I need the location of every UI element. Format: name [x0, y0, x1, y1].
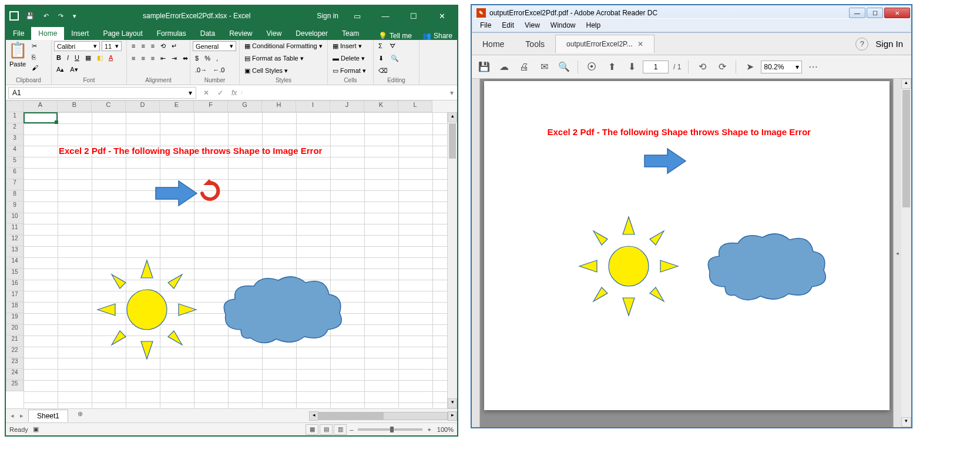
col-header[interactable]: B — [58, 100, 92, 112]
align-bot-icon[interactable]: ≡ — [149, 41, 157, 51]
select-all-corner[interactable] — [6, 100, 24, 112]
align-top-icon[interactable]: ≡ — [129, 41, 137, 51]
cut-icon[interactable]: ✂ — [29, 41, 41, 51]
qat-undo-icon[interactable]: ↶ — [41, 11, 51, 21]
more-tools-icon[interactable]: ⋯ — [804, 58, 822, 76]
tab-review[interactable]: Review — [222, 27, 259, 40]
maximize-button[interactable]: ☐ — [867, 8, 883, 18]
border-button[interactable]: ▦ — [83, 53, 93, 63]
rotation-handle-icon[interactable] — [197, 178, 221, 209]
nav-fwd-icon[interactable]: ⟳ — [713, 58, 731, 76]
worksheet-text-content[interactable]: Excel 2 Pdf - The following Shape throws… — [59, 146, 322, 156]
row-header[interactable]: 3 — [6, 135, 24, 146]
find-select-icon[interactable]: 🔍 — [388, 53, 401, 63]
decrease-font-icon[interactable]: A▾ — [68, 65, 80, 75]
paste-label[interactable]: Paste — [9, 61, 26, 68]
italic-button[interactable]: I — [65, 53, 71, 63]
row-header[interactable]: 22 — [6, 347, 24, 358]
tab-insert[interactable]: Insert — [64, 27, 96, 40]
row-header[interactable]: 11 — [6, 224, 24, 235]
font-name-combo[interactable]: Calibri▾ — [54, 41, 100, 51]
tab-developer[interactable]: Developer — [288, 27, 335, 40]
menu-help[interactable]: Help — [582, 20, 606, 31]
sheet-nav-first-icon[interactable]: ◂ — [8, 411, 16, 421]
enter-icon[interactable]: ✓ — [217, 89, 223, 97]
selection-tool-icon[interactable]: ➤ — [741, 58, 759, 76]
left-nav-pane[interactable] — [472, 79, 480, 427]
conditional-formatting-button[interactable]: ▦ Conditional Formatting ▾ — [242, 41, 325, 51]
row-header[interactable]: 24 — [6, 369, 24, 380]
document-tab[interactable]: outputErrorExcel2P... ✕ — [555, 35, 655, 53]
row-header[interactable]: 6 — [6, 168, 24, 179]
name-box[interactable]: A1 ▾ — [8, 87, 196, 99]
comma-icon[interactable]: , — [214, 53, 220, 63]
normal-view-icon[interactable]: ▦ — [306, 424, 318, 435]
fx-icon[interactable]: fx — [231, 89, 237, 97]
format-as-table-button[interactable]: ▤ Format as Table ▾ — [242, 53, 306, 63]
share-button[interactable]: 👥 Share — [418, 32, 457, 40]
close-button[interactable]: ✕ — [429, 6, 455, 26]
sort-filter-icon[interactable]: ᗊ — [387, 41, 398, 51]
sign-in-link[interactable]: Sign in — [313, 12, 342, 20]
horizontal-scrollbar[interactable] — [318, 412, 448, 420]
clear-icon[interactable]: ⌫ — [376, 66, 390, 76]
row-header[interactable]: 16 — [6, 280, 24, 291]
col-header[interactable]: E — [160, 100, 194, 112]
format-painter-icon[interactable]: 🖌 — [29, 63, 41, 72]
email-icon[interactable]: ✉ — [535, 58, 553, 76]
decrease-decimal-icon[interactable]: ←.0 — [210, 65, 227, 75]
menu-edit[interactable]: Edit — [497, 20, 519, 31]
orientation-icon[interactable]: ⟲ — [158, 41, 168, 51]
maximize-button[interactable]: ☐ — [401, 6, 427, 26]
nav-back-icon[interactable]: ⟲ — [693, 58, 711, 76]
sun-shape[interactable] — [94, 257, 200, 363]
page-down-icon[interactable]: ⬇ — [623, 58, 640, 76]
search-icon[interactable]: 🔍 — [555, 58, 573, 76]
save-icon[interactable]: 💾 — [475, 58, 493, 76]
row-header[interactable]: 21 — [6, 336, 24, 347]
align-right-icon[interactable]: ≡ — [149, 53, 157, 63]
increase-font-icon[interactable]: A▴ — [54, 65, 66, 75]
sign-in-link[interactable]: Sign In — [875, 39, 903, 49]
row-header[interactable]: 14 — [6, 257, 24, 269]
formula-bar[interactable] — [241, 92, 447, 94]
hscroll-thumb[interactable] — [319, 412, 384, 420]
sheet-tab-sheet1[interactable]: Sheet1 — [28, 410, 68, 422]
decrease-indent-icon[interactable]: ⇤ — [158, 53, 168, 63]
cell-styles-button[interactable]: ▣ Cell Styles ▾ — [242, 66, 290, 76]
font-size-combo[interactable]: 11▾ — [102, 41, 122, 51]
close-tab-icon[interactable]: ✕ — [637, 40, 643, 48]
prev-page-icon[interactable]: ⦿ — [583, 58, 600, 76]
font-color-button[interactable]: A — [106, 53, 115, 63]
print-icon[interactable]: 🖨 — [515, 58, 533, 76]
delete-cells-button[interactable]: ▬ Delete ▾ — [330, 53, 367, 63]
scroll-up-icon[interactable]: ▴ — [448, 112, 457, 122]
page-view[interactable]: Excel 2 Pdf - The following Shape throws… — [480, 79, 893, 427]
scroll-down-icon[interactable]: ▾ — [448, 398, 457, 408]
align-mid-icon[interactable]: ≡ — [139, 41, 147, 51]
zoom-slider[interactable] — [358, 428, 422, 431]
col-header[interactable]: D — [126, 100, 160, 112]
ribbon-display-options-icon[interactable]: ▭ — [344, 6, 370, 26]
close-button[interactable]: ✕ — [884, 8, 910, 18]
underline-button[interactable]: U — [72, 53, 82, 63]
tab-formulas[interactable]: Formulas — [150, 27, 193, 40]
right-arrow-shape[interactable] — [153, 178, 200, 209]
tab-page-layout[interactable]: Page Layout — [96, 27, 149, 40]
page-number-field[interactable] — [643, 61, 669, 73]
col-header[interactable]: A — [24, 100, 58, 112]
selected-cell-a1[interactable] — [24, 112, 58, 123]
col-header[interactable]: H — [262, 100, 296, 112]
paste-icon[interactable]: 📋 — [8, 41, 27, 59]
tab-data[interactable]: Data — [193, 27, 222, 40]
hscroll-left-icon[interactable]: ◂ — [309, 411, 318, 421]
number-format-combo[interactable]: General▾ — [193, 41, 236, 51]
cancel-icon[interactable]: ✕ — [203, 89, 209, 97]
zoom-combo[interactable]: 80.2% ▾ — [761, 61, 802, 73]
minimize-button[interactable]: — — [849, 8, 865, 18]
macro-record-icon[interactable]: ▣ — [33, 425, 39, 433]
cloud-shape[interactable] — [217, 271, 347, 353]
increase-indent-icon[interactable]: ⇥ — [169, 53, 179, 63]
bold-button[interactable]: B — [54, 53, 63, 63]
tab-team[interactable]: Team — [335, 27, 366, 40]
